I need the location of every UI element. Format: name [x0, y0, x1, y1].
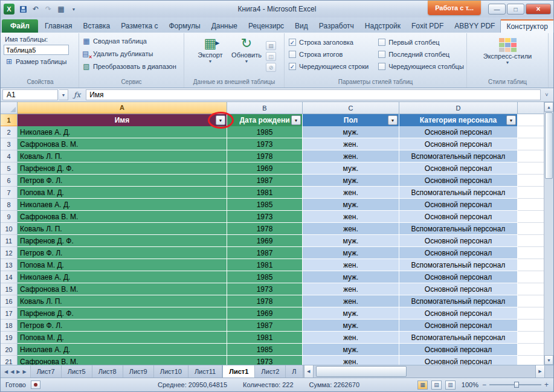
empty-cell[interactable] — [518, 356, 544, 365]
row-number[interactable]: 17 — [1, 307, 18, 320]
name-box-dropdown[interactable]: ▼ — [59, 89, 68, 100]
row-number[interactable]: 2 — [1, 126, 18, 138]
cell-name[interactable]: Коваль Л. П. — [18, 150, 227, 162]
style-option-checkbox[interactable]: Последний столбец — [378, 50, 464, 59]
cell-name[interactable]: Николаев А. Д. — [18, 199, 227, 211]
empty-cell[interactable] — [518, 211, 544, 223]
row-number[interactable]: 14 — [1, 271, 18, 283]
close-button[interactable]: × — [526, 4, 551, 14]
ribbon-tab[interactable]: Рецензирс — [243, 19, 289, 33]
cell-birth-year[interactable]: 1987 — [227, 247, 303, 259]
maximize-button[interactable]: □ — [507, 4, 524, 14]
cell-name[interactable]: Сафронова В. М. — [18, 356, 227, 365]
cell-name[interactable]: Парфенов Д. Ф. — [18, 307, 227, 320]
scroll-down-button[interactable]: ▼ — [544, 355, 553, 365]
zoom-slider-thumb[interactable] — [514, 382, 519, 388]
cell-category[interactable]: Основной персонал — [399, 235, 518, 247]
cell-gender[interactable]: жен. — [303, 223, 399, 235]
empty-cell[interactable] — [518, 259, 544, 271]
row-number[interactable]: 6 — [1, 175, 18, 187]
cell-category[interactable]: Основной персонал — [399, 175, 518, 187]
cell-birth-year[interactable]: 1969 — [227, 162, 303, 175]
style-option-checkbox[interactable]: Чередующиеся строки — [289, 62, 369, 71]
cell-category[interactable]: Основной персонал — [399, 271, 518, 283]
name-box[interactable]: A1 — [2, 89, 58, 100]
sheet-tab[interactable]: Лист11 — [188, 365, 222, 378]
column-header-d[interactable]: D — [399, 102, 518, 114]
cell-birth-year[interactable]: 1978 — [227, 223, 303, 235]
first-sheet-icon[interactable]: ◀ — [4, 369, 8, 374]
insert-function-button[interactable]: ƒx — [69, 91, 85, 99]
view-page-break-button[interactable]: ▥ — [445, 381, 456, 390]
empty-cell[interactable] — [518, 114, 544, 126]
cell-birth-year[interactable]: 1969 — [227, 307, 303, 320]
empty-cell[interactable] — [518, 175, 544, 187]
row-number[interactable]: 9 — [1, 211, 18, 223]
cell-gender[interactable]: муж. — [303, 344, 399, 356]
empty-cell[interactable] — [518, 199, 544, 211]
cell-category[interactable]: Основной персонал — [399, 356, 518, 365]
row-number[interactable]: 16 — [1, 295, 18, 307]
cell-gender[interactable]: жен. — [303, 283, 399, 295]
cell-birth-year[interactable]: 1969 — [227, 235, 303, 247]
ribbon-tab[interactable]: Конструктор — [500, 19, 553, 33]
refresh-button[interactable]: ↻ Обновить ▼ — [228, 34, 265, 79]
ribbon-tab[interactable]: Главная — [39, 19, 78, 33]
scroll-up-button[interactable]: ▲ — [544, 102, 553, 112]
cell-birth-year[interactable]: 1973 — [227, 356, 303, 365]
ribbon-tab[interactable]: Разметка с — [115, 19, 163, 33]
empty-cell[interactable] — [518, 295, 544, 307]
cell-category[interactable]: Вспомогательный персонал — [399, 223, 518, 235]
ribbon-tab[interactable]: Данные — [206, 19, 243, 33]
sheet-tab[interactable]: Лист2 — [255, 365, 286, 378]
cell-name[interactable]: Попова М. Д. — [18, 187, 227, 199]
ribbon-tab[interactable]: Формулы — [163, 19, 205, 33]
ribbon-tab[interactable]: Вид — [289, 19, 314, 33]
cell-gender[interactable]: жен. — [303, 150, 399, 162]
row-number[interactable]: 4 — [1, 150, 18, 162]
cell-name[interactable]: Николаев А. Д. — [18, 126, 227, 138]
column-header-c[interactable]: C — [303, 102, 399, 114]
column-header-a[interactable]: A — [18, 102, 227, 114]
cell-gender[interactable]: муж. — [303, 175, 399, 187]
ribbon-tab[interactable]: Надстройк — [359, 19, 406, 33]
empty-cell[interactable] — [518, 320, 544, 332]
filter-dropdown-gender[interactable]: ▼ — [388, 115, 398, 125]
cell-birth-year[interactable]: 1985 — [227, 126, 303, 138]
header-cell-gender[interactable]: Пол ▼ — [303, 114, 399, 126]
empty-cell[interactable] — [518, 187, 544, 199]
sheet-tab[interactable]: Лист8 — [92, 365, 123, 378]
horizontal-scroll-thumb[interactable] — [316, 366, 407, 377]
remove-duplicates-button[interactable]: ▤✕ Удалить дубликаты — [81, 48, 182, 59]
cell-category[interactable]: Основной персонал — [399, 162, 518, 175]
cell-category[interactable]: Основной персонал — [399, 283, 518, 295]
row-number[interactable]: 18 — [1, 320, 18, 332]
cell-birth-year[interactable]: 1973 — [227, 283, 303, 295]
qat-grid-button[interactable]: ▦ — [56, 4, 66, 14]
cell-name[interactable]: Сафронова В. М. — [18, 138, 227, 150]
select-all-corner[interactable] — [1, 102, 18, 114]
cell-name[interactable]: Петров Ф. Л. — [18, 247, 227, 259]
next-sheet-icon[interactable]: ▶ — [16, 369, 20, 374]
unlink-button[interactable]: ⊘ — [266, 63, 276, 72]
cell-category[interactable]: Основной персонал — [399, 320, 518, 332]
tab-file[interactable]: Файл — [2, 19, 38, 33]
save-button[interactable] — [18, 4, 28, 14]
sheet-tab[interactable]: Лист9 — [123, 365, 154, 378]
row-number[interactable]: 1 — [1, 114, 18, 126]
quick-styles-button[interactable]: Экспресс-стили ▼ — [482, 34, 533, 79]
cell-name[interactable]: Попова М. Д. — [18, 332, 227, 344]
ribbon-tab[interactable]: Разработч — [314, 19, 359, 33]
cell-birth-year[interactable]: 1985 — [227, 271, 303, 283]
style-option-checkbox[interactable]: Чередующиеся столбцы — [378, 62, 464, 71]
cell-category[interactable]: Основной персонал — [399, 138, 518, 150]
filter-dropdown-birthdate[interactable]: ▼ — [291, 115, 301, 125]
cell-gender[interactable]: муж. — [303, 235, 399, 247]
empty-cell[interactable] — [518, 307, 544, 320]
empty-cell[interactable] — [518, 162, 544, 175]
cell-birth-year[interactable]: 1985 — [227, 199, 303, 211]
row-number[interactable]: 12 — [1, 247, 18, 259]
row-number[interactable]: 8 — [1, 199, 18, 211]
style-option-checkbox[interactable]: Строка заголовка — [289, 37, 369, 47]
cell-category[interactable]: Основной персонал — [399, 211, 518, 223]
